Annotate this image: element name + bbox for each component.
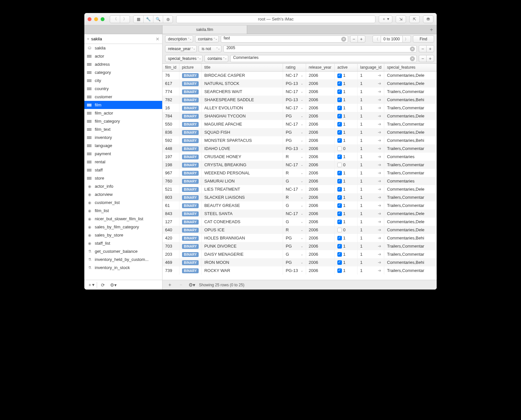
clear-filter-icon[interactable]: ✕: [410, 47, 415, 51]
filter-field-select[interactable]: description: [165, 35, 193, 43]
cell-title[interactable]: LIES TREATMENT: [202, 185, 283, 193]
active-checkbox[interactable]: [337, 244, 342, 249]
active-checkbox[interactable]: [337, 268, 342, 273]
active-checkbox[interactable]: [337, 81, 342, 86]
active-checkbox[interactable]: [337, 171, 342, 175]
cell-picture[interactable]: BINARY: [179, 185, 202, 193]
cell-special-features[interactable]: Trailers,Commentar: [384, 201, 437, 210]
sidebar-item-language[interactable]: language: [84, 142, 162, 150]
sidebar-item-film_category[interactable]: film_category: [84, 117, 162, 125]
sidebar-item-film_list[interactable]: film_list: [84, 207, 162, 215]
cell-special-features[interactable]: Trailers,Commentar: [384, 250, 437, 258]
cell-film-id[interactable]: 76: [162, 71, 179, 79]
chevron-down-icon[interactable]: ⌄: [301, 98, 303, 102]
cell-language-id[interactable]: 1➜: [358, 218, 384, 226]
cell-rating[interactable]: NC-17⌄: [283, 88, 306, 96]
cell-rating[interactable]: R⌄: [283, 169, 306, 177]
arrow-right-icon[interactable]: ➜: [378, 244, 381, 249]
cell-title[interactable]: SHANGHAI TYCOON: [202, 112, 283, 120]
cell-film-id[interactable]: 592: [162, 136, 179, 144]
table-row[interactable]: 703BINARYPUNK DIVORCEPG⌄2006 11➜Trailers…: [162, 242, 437, 250]
arrow-right-icon[interactable]: ➜: [378, 89, 381, 94]
cell-film-id[interactable]: 203: [162, 250, 179, 258]
chevron-down-icon[interactable]: ⌄: [301, 252, 303, 256]
close-window-button[interactable]: [88, 17, 92, 21]
chevron-down-icon[interactable]: ⌄: [301, 196, 303, 199]
cell-rating[interactable]: PG-13⌄: [283, 144, 306, 153]
cell-title[interactable]: SQUAD FISH: [202, 128, 283, 136]
cell-film-id[interactable]: 198: [162, 161, 179, 169]
active-checkbox[interactable]: [337, 74, 342, 78]
arrow-right-icon[interactable]: ➜: [378, 97, 381, 102]
cell-picture[interactable]: BINARY: [179, 104, 202, 112]
arrow-right-icon[interactable]: ➜: [378, 227, 381, 232]
cell-release-year[interactable]: 2006: [306, 185, 335, 193]
cell-release-year[interactable]: 2006: [306, 169, 335, 177]
cell-release-year[interactable]: 2006: [306, 258, 335, 266]
clear-search-icon[interactable]: ✕: [156, 36, 160, 42]
cell-film-id[interactable]: 469: [162, 258, 179, 266]
cell-release-year[interactable]: 2006: [306, 177, 335, 185]
add-filter-button[interactable]: +: [426, 55, 434, 62]
cell-picture[interactable]: BINARY: [179, 79, 202, 88]
sidebar-item-nicer_but_slower_film_list[interactable]: nicer_but_slower_film_list: [84, 215, 162, 223]
cell-title[interactable]: CAT CONEHEADS: [202, 218, 283, 226]
cell-active[interactable]: 0: [335, 144, 358, 153]
cell-language-id[interactable]: 1➜: [358, 128, 384, 136]
cell-film-id[interactable]: 784: [162, 112, 179, 120]
cell-release-year[interactable]: 2006: [306, 201, 335, 210]
cell-active[interactable]: 1: [335, 250, 358, 258]
cell-film-id[interactable]: 703: [162, 242, 179, 250]
column-header-language_id[interactable]: language_id: [358, 64, 384, 71]
next-page-button[interactable]: 〉: [402, 35, 411, 43]
cell-language-id[interactable]: 1➜: [358, 153, 384, 161]
cell-language-id[interactable]: 1➜: [358, 144, 384, 153]
cell-active[interactable]: 1: [335, 104, 358, 112]
gear-icon[interactable]: ⚙▾: [109, 281, 118, 289]
sidebar-item-staff[interactable]: staff: [84, 166, 162, 174]
cell-active[interactable]: 1: [335, 136, 358, 144]
cell-active[interactable]: 1: [335, 71, 358, 79]
cell-rating[interactable]: PG⌄: [283, 258, 306, 266]
cell-special-features[interactable]: Trailers,Commentar: [384, 120, 437, 128]
active-checkbox[interactable]: [337, 203, 342, 208]
filter-value-input[interactable]: 2005✕: [223, 45, 417, 52]
cell-language-id[interactable]: 1➜: [358, 104, 384, 112]
cell-active[interactable]: 1: [335, 112, 358, 120]
cell-special-features[interactable]: Trailers,Commentar: [384, 266, 437, 275]
cell-active[interactable]: 1: [335, 96, 358, 104]
cell-special-features[interactable]: Trailers,Commentar: [384, 144, 437, 153]
cell-title[interactable]: BIRDCAGE CASPER: [202, 71, 283, 79]
active-checkbox[interactable]: [337, 260, 342, 265]
cell-release-year[interactable]: 2006: [306, 210, 335, 218]
cell-special-features[interactable]: Commentaries,Dele: [384, 79, 437, 88]
cell-special-features[interactable]: Commentaries: [384, 153, 437, 161]
cell-special-features[interactable]: Commentaries: [384, 177, 437, 185]
sidebar-item-payment[interactable]: payment: [84, 150, 162, 158]
back-button[interactable]: 〈: [110, 16, 120, 23]
arrow-right-icon[interactable]: ➜: [378, 138, 381, 143]
cell-release-year[interactable]: 2006: [306, 250, 335, 258]
table-row[interactable]: 760BINARYSAMURAI LIONG⌄2006 11➜Commentar…: [162, 177, 437, 185]
cell-picture[interactable]: BINARY: [179, 153, 202, 161]
cell-release-year[interactable]: 2006: [306, 242, 335, 250]
sidebar-item-rental[interactable]: rental: [84, 158, 162, 166]
arrow-right-icon[interactable]: ➜: [378, 162, 381, 167]
cell-title[interactable]: BEAUTY GREASE: [202, 201, 283, 210]
cell-film-id[interactable]: 774: [162, 88, 179, 96]
cell-picture[interactable]: BINARY: [179, 201, 202, 210]
cell-picture[interactable]: BINARY: [179, 112, 202, 120]
sidebar-item-film_text[interactable]: film_text: [84, 125, 162, 133]
cell-special-features[interactable]: Trailers,Commentar: [384, 161, 437, 169]
cell-release-year[interactable]: 2006: [306, 161, 335, 169]
cell-rating[interactable]: PG⌄: [283, 112, 306, 120]
column-header-title[interactable]: title: [202, 64, 283, 71]
active-checkbox[interactable]: [337, 187, 342, 192]
active-checkbox[interactable]: [337, 146, 342, 151]
arrow-right-icon[interactable]: ➜: [378, 114, 381, 118]
table-row[interactable]: 782BINARYSHAKESPEARE SADDLEPG-13⌄2006 11…: [162, 96, 437, 104]
cell-film-id[interactable]: 640: [162, 226, 179, 234]
cell-title[interactable]: DAISY MENAGERIE: [202, 250, 283, 258]
chevron-down-icon[interactable]: ⌄: [301, 90, 303, 93]
cell-rating[interactable]: PG-13⌄: [283, 96, 306, 104]
